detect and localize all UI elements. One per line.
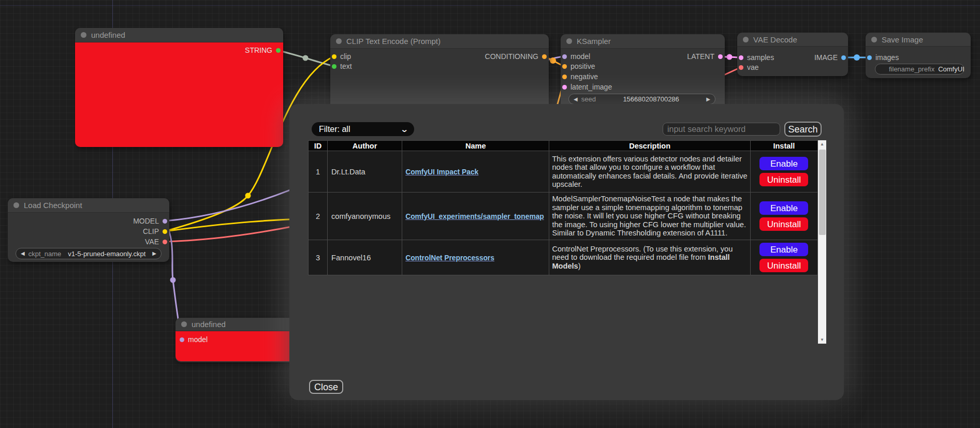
cell-id: 3 [309, 240, 328, 275]
cell-install: Enable Uninstall [750, 193, 817, 240]
extension-link[interactable]: ComfyUI_experiments/sampler_tonemap [405, 213, 544, 220]
port-clip-input[interactable]: clip [332, 52, 351, 61]
node-status-dot-icon [13, 202, 19, 208]
node-header[interactable]: Load Checkpoint [8, 198, 169, 213]
table-row: 1 Dr.Lt.Data ComfyUI Impact Pack This ex… [309, 151, 818, 193]
table-header-row: ID Author Name Description Install [309, 141, 818, 151]
port-latent-image-input[interactable]: latent_image [562, 83, 612, 91]
port-images-input[interactable]: images [867, 53, 899, 62]
extension-link[interactable]: ComfyUI Impact Pack [405, 168, 478, 176]
node-save-image[interactable]: Save Image images filename_prefix ComfyU… [866, 33, 971, 78]
node-title: VAE Decode [753, 35, 797, 44]
scrollbar-thumb[interactable] [819, 150, 826, 235]
cell-name: ComfyUI Impact Pack [402, 151, 549, 193]
search-button[interactable]: Search [784, 122, 822, 137]
node-header[interactable]: KSampler [561, 34, 725, 49]
port-dot-model-out[interactable] [163, 219, 167, 224]
wire-dot-clip [245, 193, 251, 199]
custom-nodes-manager-dialog: Filter: all ⌄ Search ID Author Name Desc… [289, 104, 844, 400]
cell-id: 1 [309, 151, 328, 193]
port-samples-input[interactable]: samples [739, 53, 774, 62]
cell-description: This extension offers various detector n… [549, 151, 750, 193]
increment-arrow-icon[interactable]: ▶ [152, 251, 156, 256]
port-dot-positive[interactable] [562, 64, 567, 69]
node-ksampler[interactable]: KSampler model positive negative latent_… [561, 34, 725, 112]
cell-description: ControlNet Preprocessors. (To use this e… [549, 240, 750, 275]
table-row: 3 Fannovel16 ControlNet Preprocessors Co… [309, 240, 818, 275]
node-title: CLIP Text Encode (Prompt) [346, 37, 441, 46]
table-row: 2 comfyanonymous ComfyUI_experiments/sam… [309, 193, 818, 240]
node-header[interactable]: Save Image [866, 33, 971, 47]
node-header[interactable]: VAE Decode [737, 33, 848, 47]
cell-description: ModelSamplerTonemapNoiseTest a node that… [549, 193, 750, 240]
node-status-dot-icon [566, 38, 572, 44]
port-dot-image[interactable] [841, 55, 846, 60]
wire-dot-model [170, 277, 176, 283]
cell-install: Enable Uninstall [750, 151, 817, 193]
port-dot-vae[interactable] [739, 65, 743, 70]
node-load-checkpoint[interactable]: Load Checkpoint MODEL CLIP VAE ◀ ckpt_na… [8, 198, 169, 262]
cell-install: Enable Uninstall [750, 240, 817, 275]
port-model-output[interactable]: MODEL [133, 217, 167, 225]
cell-name: ComfyUI_experiments/sampler_tonemap [402, 193, 549, 240]
node-clip-text-encode[interactable]: CLIP Text Encode (Prompt) clip text COND… [330, 34, 549, 110]
table-scrollbar[interactable]: ▲ ▼ [818, 140, 826, 344]
port-clip-output[interactable]: CLIP [143, 227, 167, 235]
filter-select[interactable]: Filter: all ⌄ [312, 122, 414, 136]
ckpt-name-widget[interactable]: ◀ ckpt_name v1-5-pruned-emaonly.ckpt ▶ [16, 248, 162, 259]
filename-prefix-widget[interactable]: filename_prefix ComfyUI [875, 64, 964, 75]
extension-link[interactable]: ControlNet Preprocessors [405, 254, 494, 262]
port-dot-vae-out[interactable] [163, 240, 167, 244]
enable-button[interactable]: Enable [759, 201, 808, 215]
node-header[interactable]: undefined [75, 28, 283, 42]
port-dot-samples[interactable] [739, 55, 743, 60]
col-header-description: Description [549, 141, 750, 151]
port-string-output[interactable]: STRING [245, 46, 281, 54]
port-dot-string[interactable] [276, 48, 281, 53]
port-dot-clip-out[interactable] [163, 229, 167, 234]
node-status-dot-icon [336, 38, 342, 44]
port-image-output[interactable]: IMAGE [814, 53, 846, 62]
port-model-input[interactable]: model [180, 335, 208, 344]
node-header[interactable]: CLIP Text Encode (Prompt) [330, 34, 549, 49]
wire-dot-image [854, 54, 860, 61]
port-dot-negative[interactable] [562, 75, 567, 79]
node-status-dot-icon [743, 37, 749, 42]
decrement-arrow-icon[interactable]: ◀ [574, 97, 578, 102]
uninstall-button[interactable]: Uninstall [759, 259, 808, 272]
port-vae-input[interactable]: vae [739, 63, 759, 71]
port-dot-model[interactable] [562, 54, 567, 59]
port-dot-text[interactable] [332, 64, 337, 69]
enable-button[interactable]: Enable [759, 157, 808, 170]
port-vae-output[interactable]: VAE [145, 238, 167, 246]
increment-arrow-icon[interactable]: ▶ [706, 97, 710, 102]
enable-button[interactable]: Enable [759, 243, 808, 256]
port-negative-input[interactable]: negative [562, 72, 598, 81]
node-title: undefined [192, 320, 226, 329]
cell-author: comfyanonymous [328, 193, 402, 240]
port-dot-conditioning[interactable] [542, 54, 547, 59]
port-latent-output[interactable]: LATENT [687, 52, 723, 61]
scrollbar-down-arrow-icon[interactable]: ▼ [818, 336, 826, 344]
port-positive-input[interactable]: positive [562, 62, 595, 70]
port-text-input[interactable]: text [332, 62, 352, 70]
uninstall-button[interactable]: Uninstall [759, 217, 808, 231]
port-model-input[interactable]: model [562, 52, 590, 61]
uninstall-button[interactable]: Uninstall [759, 173, 808, 186]
extensions-table: ID Author Name Description Install 1 Dr.… [308, 140, 818, 275]
port-dot-model[interactable] [180, 337, 184, 342]
port-conditioning-output[interactable]: CONDITIONING [485, 52, 547, 61]
cell-author: Fannovel16 [328, 240, 402, 275]
scrollbar-up-arrow-icon[interactable]: ▲ [818, 140, 826, 148]
port-dot-images[interactable] [867, 55, 872, 60]
node-vae-decode[interactable]: VAE Decode samples vae IMAGE [737, 33, 848, 76]
close-button[interactable]: Close [309, 380, 343, 394]
col-header-install: Install [750, 141, 817, 151]
port-dot-latent[interactable] [718, 54, 723, 59]
decrement-arrow-icon[interactable]: ◀ [21, 251, 25, 256]
node-undefined-top[interactable]: undefined STRING [75, 28, 283, 147]
seed-widget[interactable]: ◀ seed 156680208700286 ▶ [568, 94, 715, 105]
port-dot-latent-image[interactable] [562, 85, 567, 90]
port-dot-clip[interactable] [332, 54, 337, 59]
search-input[interactable] [663, 123, 780, 136]
